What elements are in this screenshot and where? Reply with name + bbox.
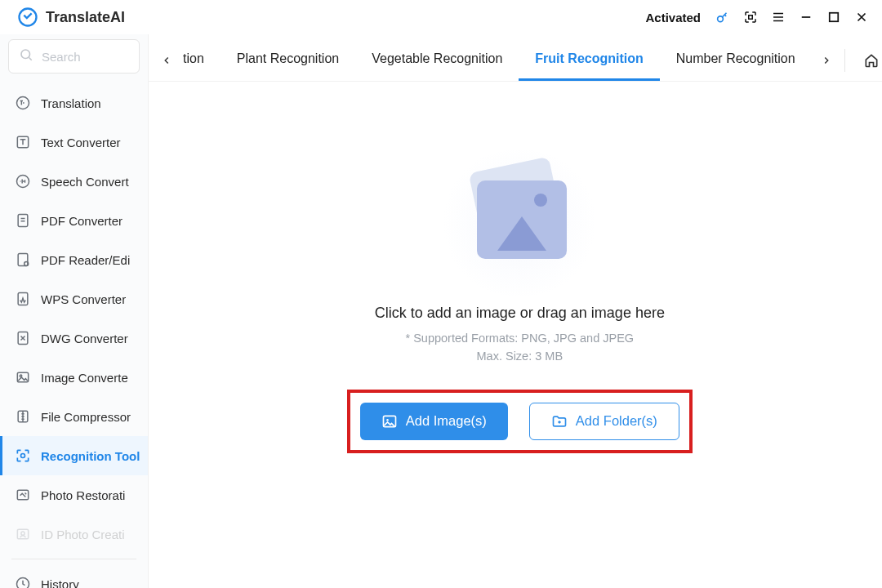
- sidebar-item-recognition-tool[interactable]: Recognition Tool: [0, 436, 148, 475]
- photo-restore-icon: [15, 487, 31, 503]
- app-logo-icon: [16, 6, 39, 29]
- svg-point-7: [17, 176, 29, 188]
- svg-rect-3: [830, 13, 839, 22]
- sidebar-item-photo-restoration[interactable]: Photo Restorati: [0, 475, 148, 514]
- close-button[interactable]: [848, 3, 875, 31]
- sidebar-item-label: PDF Reader/Edi: [41, 253, 130, 267]
- add-images-button[interactable]: Add Image(s): [360, 403, 508, 440]
- sidebar-item-pdf-converter[interactable]: PDF Converter: [0, 201, 148, 240]
- recognition-icon: [15, 448, 31, 464]
- sidebar-item-label: Image Converte: [41, 371, 128, 385]
- wps-icon: [15, 291, 31, 307]
- svg-rect-18: [17, 529, 28, 539]
- sidebar-item-label: Photo Restorati: [41, 488, 125, 502]
- sidebar-item-label: Text Converter: [41, 136, 121, 149]
- drop-zone[interactable]: Click to add an image or drag an image h…: [149, 82, 882, 588]
- sidebar-item-dwg-converter[interactable]: DWG Converter: [0, 318, 148, 358]
- sidebar-item-pdf-reader[interactable]: PDF Reader/Edi: [0, 240, 148, 279]
- text-converter-icon: [15, 134, 31, 150]
- speech-icon: [15, 173, 31, 189]
- id-photo-icon: [15, 526, 31, 542]
- translation-icon: [15, 95, 31, 111]
- sidebar-item-label: Speech Convert: [41, 175, 129, 189]
- add-folders-button[interactable]: Add Folder(s): [529, 403, 679, 440]
- sidebar-item-label: PDF Converter: [41, 214, 122, 228]
- search-icon: [19, 47, 33, 65]
- sidebar-item-translation[interactable]: Translation: [0, 83, 148, 122]
- sidebar-item-id-photo[interactable]: ID Photo Creati: [0, 514, 148, 554]
- sidebar-item-label: WPS Converter: [41, 292, 126, 306]
- main-content: tion Plant Recognition Vegetable Recogni…: [149, 34, 882, 588]
- sidebar-item-label: Recognition Tool: [41, 449, 140, 463]
- home-button[interactable]: [858, 47, 882, 74]
- tab-scroll-left[interactable]: [155, 49, 178, 72]
- image-icon: [381, 413, 398, 430]
- nav-list: Translation Text Converter Speech Conver…: [0, 83, 148, 588]
- image-converter-icon: [15, 369, 31, 385]
- svg-point-22: [386, 419, 389, 421]
- svg-rect-2: [749, 16, 753, 20]
- folder-plus-icon: [551, 413, 568, 430]
- license-key-icon[interactable]: [709, 3, 737, 31]
- sidebar-item-image-converter[interactable]: Image Converte: [0, 358, 148, 397]
- search-input[interactable]: [42, 50, 129, 64]
- pdf-converter-icon: [15, 212, 31, 229]
- tab-bar: tion Plant Recognition Vegetable Recogni…: [149, 39, 882, 82]
- sidebar-item-label: Translation: [41, 96, 101, 110]
- tab-fruit-recognition[interactable]: Fruit Recognition: [519, 39, 659, 81]
- activation-status: Activated: [645, 11, 701, 24]
- dwg-icon: [15, 330, 31, 346]
- history-icon: [15, 576, 31, 588]
- sidebar-item-wps-converter[interactable]: WPS Converter: [0, 279, 148, 318]
- format-hint: * Supported Formats: PNG, JPG and JPEG M…: [405, 330, 634, 364]
- title-bar: TranslateAI Activated: [0, 0, 882, 34]
- menu-icon[interactable]: [764, 3, 792, 31]
- sidebar-item-file-compressor[interactable]: File Compressor: [0, 397, 148, 436]
- svg-rect-13: [17, 372, 28, 382]
- sidebar-item-label: DWG Converter: [41, 332, 128, 345]
- tab-scroll-right[interactable]: [815, 49, 838, 72]
- tab-plant-recognition[interactable]: Plant Recognition: [220, 39, 355, 81]
- sidebar-item-speech-convert[interactable]: Speech Convert: [0, 162, 148, 201]
- app-name: TranslateAI: [46, 9, 125, 26]
- sidebar-item-text-converter[interactable]: Text Converter: [0, 122, 148, 162]
- svg-rect-9: [18, 254, 28, 266]
- sidebar: Translation Text Converter Speech Conver…: [0, 34, 149, 588]
- tab-divider: [844, 49, 845, 72]
- sidebar-item-history[interactable]: History: [0, 564, 148, 588]
- action-buttons-highlight: Add Image(s) Add Folder(s): [347, 390, 693, 453]
- tab-number-recognition[interactable]: Number Recognition: [660, 39, 812, 81]
- screenshot-tool-icon[interactable]: [737, 3, 764, 31]
- sidebar-item-label: File Compressor: [41, 410, 131, 424]
- sidebar-item-label: History: [41, 577, 79, 589]
- nav-divider: [11, 559, 136, 559]
- compressor-icon: [15, 408, 31, 425]
- svg-point-16: [21, 454, 25, 458]
- search-box[interactable]: [8, 39, 140, 74]
- svg-rect-8: [18, 215, 28, 227]
- svg-point-19: [21, 532, 24, 535]
- drop-text: Click to add an image or drag an image h…: [375, 305, 665, 322]
- minimize-button[interactable]: [792, 3, 820, 31]
- tab-vegetable-recognition[interactable]: Vegetable Recognition: [355, 39, 519, 81]
- pdf-reader-icon: [15, 252, 31, 268]
- drop-illustration-icon: [446, 159, 593, 282]
- tabs: tion Plant Recognition Vegetable Recogni…: [178, 39, 815, 81]
- sidebar-item-label: ID Photo Creati: [41, 528, 125, 541]
- svg-point-4: [21, 50, 30, 59]
- maximize-button[interactable]: [820, 3, 848, 31]
- logo-area: TranslateAI: [7, 6, 125, 29]
- tab-partial[interactable]: tion: [181, 39, 220, 81]
